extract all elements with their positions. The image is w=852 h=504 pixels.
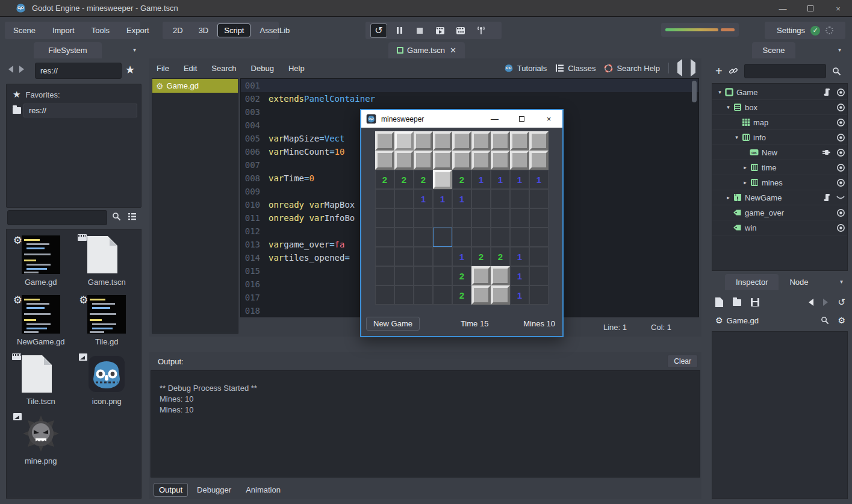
visibility-eye-icon[interactable] — [834, 208, 847, 217]
visibility-eye-icon[interactable] — [834, 163, 847, 172]
ms-cell-open-number-r3c2[interactable]: 2 — [394, 170, 414, 189]
ms-cell-open-blank-r5c1[interactable] — [375, 208, 394, 228]
file-item-tile-tscn[interactable]: Tile.tscn — [8, 355, 74, 406]
scene-node-win[interactable]: win — [712, 220, 847, 235]
history-back-button[interactable] — [809, 299, 813, 306]
bottom-tab-output[interactable]: Output — [154, 484, 187, 496]
ms-cell-open-blank-r7c2[interactable] — [394, 247, 414, 266]
editor-menu-edit[interactable]: Edit — [176, 64, 204, 73]
fs-forward-button[interactable] — [19, 66, 24, 73]
inspector-search-icon[interactable] — [821, 316, 829, 325]
editor-menu-debug[interactable]: Debug — [244, 64, 281, 73]
editor-menu-file[interactable]: File — [149, 64, 176, 73]
ms-cell-open-number-r3c8[interactable]: 1 — [510, 170, 529, 189]
ms-cell-open-number-r9c8[interactable]: 1 — [510, 285, 529, 305]
ms-cell-open-number-r8c8[interactable]: 1 — [510, 266, 529, 285]
file-item-icon-png[interactable]: icon.png — [74, 355, 140, 406]
filesystem-dock-tab[interactable]: FileSystem — [34, 42, 102, 58]
ms-cell-open-blank-r9c4[interactable] — [433, 285, 452, 305]
ms-cell-open-blank-r8c3[interactable] — [414, 266, 433, 285]
scene-file-tab[interactable]: Game.tscn ✕ — [388, 42, 465, 58]
inspector-menu-caret[interactable]: ▾ — [840, 278, 843, 285]
save-resource-icon[interactable] — [751, 298, 759, 306]
scene-node-time[interactable]: ▸time — [712, 160, 847, 175]
left-dock-menu-caret[interactable]: ▾ — [133, 46, 136, 53]
file-item-game-gd[interactable]: ⚙Game.gd — [8, 235, 74, 287]
ms-cell-open-number-r3c1[interactable]: 2 — [375, 170, 394, 189]
ms-cell-open-blank-r6c9[interactable] — [529, 228, 549, 247]
fs-back-button[interactable] — [8, 66, 13, 73]
tab-node[interactable]: Node — [779, 274, 819, 290]
editor-menu-help[interactable]: Help — [281, 64, 312, 73]
script-history-back[interactable] — [677, 63, 682, 73]
ms-cell-open-blank-r8c9[interactable] — [529, 266, 549, 285]
new-resource-icon[interactable] — [715, 297, 723, 307]
os-close-button[interactable]: × — [824, 0, 852, 17]
fs-filter-input[interactable] — [7, 210, 107, 225]
ms-cell-open-blank-r5c9[interactable] — [529, 208, 549, 228]
ms-cell-open-number-r3c6[interactable]: 1 — [471, 170, 491, 189]
fs-path-input[interactable] — [35, 63, 122, 79]
minesweeper-titlebar[interactable]: minesweeper — × — [361, 110, 562, 128]
tree-expand-caret[interactable]: ▸ — [741, 179, 749, 185]
bottom-tab-animation[interactable]: Animation — [241, 484, 285, 496]
visibility-eye-icon[interactable] — [834, 133, 847, 142]
main-menu-item-import[interactable]: Import — [44, 26, 83, 35]
tab-close-icon[interactable]: ✕ — [450, 46, 456, 55]
scene-node-game_over[interactable]: game_over — [712, 205, 847, 220]
main-menu-item-tools[interactable]: Tools — [83, 26, 118, 35]
scene-filter-input[interactable] — [744, 64, 826, 78]
ms-tile-unopened-r8c7[interactable] — [491, 266, 510, 285]
ms-tile-unopened-r9c7[interactable] — [491, 285, 510, 305]
fs-view-toggle-icon[interactable] — [128, 212, 137, 221]
ms-cell-open-blank-r5c2[interactable] — [394, 208, 414, 228]
ms-cell-open-blank-r6c6[interactable] — [471, 228, 491, 247]
main-menu-item-export[interactable]: Export — [118, 26, 158, 35]
ms-cell-open-blank-r6c1[interactable] — [375, 228, 394, 247]
tree-collapse-caret[interactable]: ▾ — [716, 89, 724, 95]
ms-cell-open-blank-r6c2[interactable] — [394, 228, 414, 247]
ms-tile-unopened-r2c8[interactable] — [510, 151, 529, 170]
connected-signal-icon[interactable] — [822, 149, 830, 156]
scene-node-mines[interactable]: ▸mines — [712, 175, 847, 190]
ms-cell-open-blank-r5c6[interactable] — [471, 208, 491, 228]
workspace-tab-3d[interactable]: 3D — [193, 24, 215, 37]
inspector-tools-icon[interactable]: ⚙ — [838, 316, 845, 325]
ms-tile-unopened-r2c1[interactable] — [375, 151, 394, 170]
ms-cell-focused-r6c4[interactable] — [433, 228, 452, 247]
code-scrollbar[interactable] — [692, 81, 697, 102]
ms-cell-open-number-r3c9[interactable]: 1 — [529, 170, 549, 189]
pause-button[interactable] — [391, 24, 407, 37]
ms-tile-unopened-r1c3[interactable] — [414, 131, 433, 151]
ms-tile-unopened-r1c7[interactable] — [491, 131, 510, 151]
ms-cell-open-blank-r9c2[interactable] — [394, 285, 414, 305]
ms-tile-unopened-r1c4[interactable] — [433, 131, 452, 151]
history-forward-button[interactable] — [823, 299, 828, 306]
ms-cell-open-blank-r5c7[interactable] — [491, 208, 510, 228]
ms-tile-unopened-r9c6[interactable] — [471, 285, 491, 305]
fs-res-row[interactable]: res:// — [10, 104, 137, 117]
ms-cell-open-blank-r6c8[interactable] — [510, 228, 529, 247]
ms-cell-open-blank-r5c4[interactable] — [433, 208, 452, 228]
ms-cell-open-number-r7c5[interactable]: 1 — [452, 247, 471, 266]
instance-scene-button[interactable] — [729, 66, 738, 76]
file-item-tile-gd[interactable]: ⚙Tile.gd — [74, 295, 140, 346]
attached-script-icon[interactable] — [823, 88, 830, 96]
workspace-tab-assetlib[interactable]: AssetLib — [253, 24, 296, 37]
tab-inspector[interactable]: Inspector — [725, 274, 779, 290]
ms-cell-open-blank-r4c2[interactable] — [394, 189, 414, 208]
load-resource-icon[interactable] — [733, 299, 741, 306]
tree-collapse-caret[interactable]: ▾ — [724, 104, 732, 110]
tree-collapse-caret[interactable]: ▾ — [733, 134, 741, 140]
help-link-search-help[interactable]: Search Help — [604, 64, 660, 73]
ms-cell-open-blank-r6c7[interactable] — [491, 228, 510, 247]
ms-cell-open-number-r4c3[interactable]: 1 — [414, 189, 433, 208]
ms-cell-open-number-r3c3[interactable]: 2 — [414, 170, 433, 189]
ms-tile-unopened-r8c6[interactable] — [471, 266, 491, 285]
new-game-button[interactable]: New Game — [366, 317, 420, 331]
ms-cell-open-blank-r9c9[interactable] — [529, 285, 549, 305]
ms-tile-unopened-r2c5[interactable] — [452, 151, 471, 170]
ms-cell-open-blank-r9c3[interactable] — [414, 285, 433, 305]
ms-cell-open-number-r7c6[interactable]: 2 — [471, 247, 491, 266]
scene-node-info[interactable]: ▾info — [712, 130, 847, 145]
